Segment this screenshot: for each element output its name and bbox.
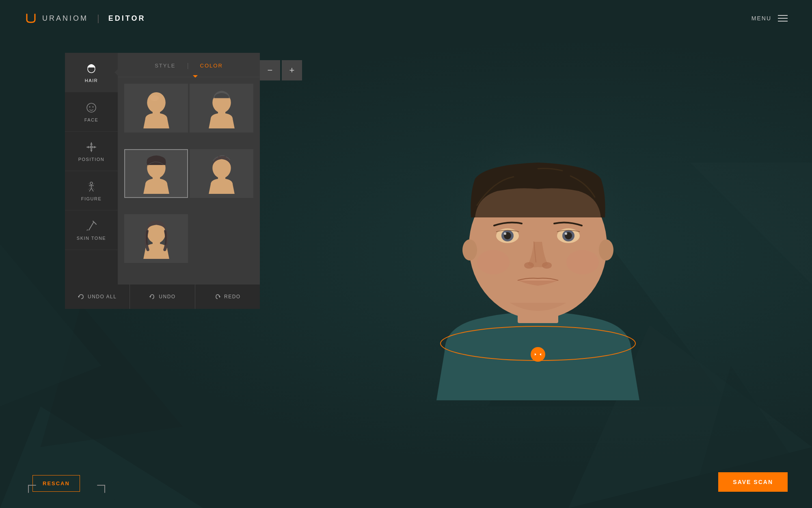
svg-point-56 xyxy=(542,262,552,269)
zoom-in-button[interactable]: + xyxy=(282,60,302,80)
rescan-corner-tr xyxy=(93,484,106,497)
tab-style[interactable]: STYLE xyxy=(151,61,179,70)
undo-label: UNDO xyxy=(159,294,175,300)
skin-tone-icon xyxy=(85,219,98,232)
undo-button[interactable]: UNDO xyxy=(130,284,195,309)
svg-point-45 xyxy=(462,239,477,261)
svg-point-19 xyxy=(90,182,93,185)
svg-marker-15 xyxy=(90,150,93,152)
sidebar-label-position: POSITION xyxy=(78,157,105,162)
undo-all-button[interactable]: UNDO ALL xyxy=(65,284,130,309)
sidebar-item-position[interactable]: POSITION xyxy=(65,132,118,171)
header: URANIOM | EDITOR MENU xyxy=(0,0,812,37)
sidebar-item-hair[interactable]: HAIR xyxy=(65,53,118,92)
svg-line-23 xyxy=(91,188,93,191)
svg-point-29 xyxy=(147,92,165,113)
figure-icon xyxy=(85,180,98,193)
undo-all-icon xyxy=(78,293,84,300)
logo-icon xyxy=(24,12,37,25)
svg-point-9 xyxy=(87,103,96,112)
svg-marker-14 xyxy=(90,142,93,145)
sidebar-label-skin-tone: SKIN TONE xyxy=(77,236,106,241)
menu-label: MENU xyxy=(752,15,771,22)
logo-editor: EDITOR xyxy=(108,14,146,23)
svg-marker-16 xyxy=(86,146,89,148)
svg-marker-17 xyxy=(94,146,96,148)
sidebar-item-face[interactable]: FACE xyxy=(65,92,118,132)
hair-style-grid xyxy=(118,77,260,284)
svg-point-46 xyxy=(599,239,613,261)
zoom-controls: − + xyxy=(260,60,302,80)
svg-point-58 xyxy=(566,250,599,274)
redo-button[interactable]: REDO xyxy=(195,284,260,309)
svg-marker-61 xyxy=(540,353,541,356)
hair-style-4[interactable] xyxy=(190,149,253,198)
content-area: STYLE | COLOR xyxy=(118,53,260,284)
tabs-bar: STYLE | COLOR xyxy=(118,53,260,77)
sidebar-label-figure: FIGURE xyxy=(81,196,102,201)
logo-brand: URANIOM xyxy=(42,14,88,23)
zoom-out-button[interactable]: − xyxy=(260,60,280,80)
svg-marker-5 xyxy=(41,305,183,447)
svg-point-55 xyxy=(524,262,534,269)
tab-separator: | xyxy=(187,62,188,69)
hair-style-2[interactable] xyxy=(190,84,253,132)
redo-label: REDO xyxy=(224,294,241,300)
sidebar-label-face: FACE xyxy=(84,117,99,122)
svg-point-54 xyxy=(565,232,567,235)
hair-style-5[interactable] xyxy=(124,214,188,263)
svg-point-50 xyxy=(504,232,506,235)
undo-all-label: UNDO ALL xyxy=(88,294,117,300)
undo-icon xyxy=(149,293,155,300)
svg-line-26 xyxy=(89,222,94,230)
menu-button[interactable]: MENU xyxy=(752,15,788,22)
svg-point-10 xyxy=(89,106,91,108)
action-bar: UNDO ALL UNDO REDO xyxy=(65,284,260,309)
face-container xyxy=(396,116,680,400)
sidebar-item-figure[interactable]: FIGURE xyxy=(65,171,118,211)
svg-line-22 xyxy=(89,188,91,191)
sidebar-nav: HAIR FACE xyxy=(65,53,118,284)
svg-marker-39 xyxy=(78,295,79,298)
rotate-arrows-icon xyxy=(534,351,542,358)
svg-marker-60 xyxy=(535,353,536,356)
svg-point-30 xyxy=(150,95,159,101)
face-icon xyxy=(85,101,98,114)
svg-marker-40 xyxy=(149,295,151,298)
svg-point-11 xyxy=(93,106,94,108)
sidebar-item-skin-tone[interactable]: SKIN TONE xyxy=(65,211,118,250)
rotation-handle[interactable] xyxy=(531,347,545,362)
hair-style-3[interactable] xyxy=(124,149,188,198)
hair-style-1[interactable] xyxy=(124,84,188,132)
logo-separator: | xyxy=(97,13,99,24)
redo-icon xyxy=(214,293,221,300)
position-icon xyxy=(85,141,98,154)
save-scan-button[interactable]: SAVE SCAN xyxy=(718,472,788,492)
svg-marker-41 xyxy=(219,295,220,298)
svg-point-57 xyxy=(477,250,510,274)
hair-icon xyxy=(85,62,98,75)
hamburger-icon xyxy=(778,15,788,22)
face-viewport xyxy=(264,41,812,475)
tab-color[interactable]: COLOR xyxy=(197,61,226,70)
editor-panel: HAIR FACE xyxy=(65,53,260,284)
tab-underline-indicator xyxy=(193,75,198,78)
sidebar-label-hair: HAIR xyxy=(85,78,98,83)
logo-area: URANIOM | EDITOR xyxy=(24,12,145,25)
rescan-corner-tl xyxy=(28,484,40,497)
